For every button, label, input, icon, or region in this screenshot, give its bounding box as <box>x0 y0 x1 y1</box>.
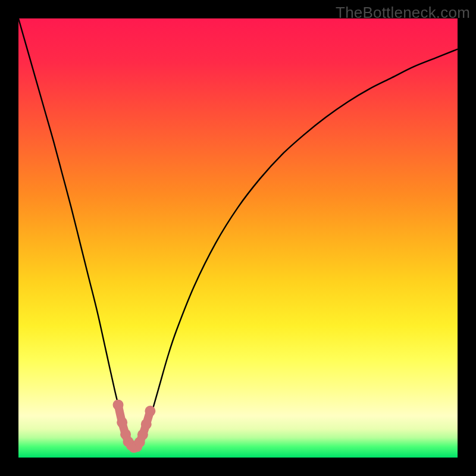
highlight-dot <box>117 417 127 428</box>
watermark-text: TheBottleneck.com <box>336 4 470 22</box>
highlight-dot <box>145 406 155 416</box>
bottleneck-curve <box>18 18 458 448</box>
plot-area <box>18 18 458 458</box>
highlight-dot <box>113 399 124 410</box>
highlight-dot <box>141 419 152 430</box>
highlight-dot <box>137 430 148 440</box>
highlight-markers <box>113 399 156 453</box>
